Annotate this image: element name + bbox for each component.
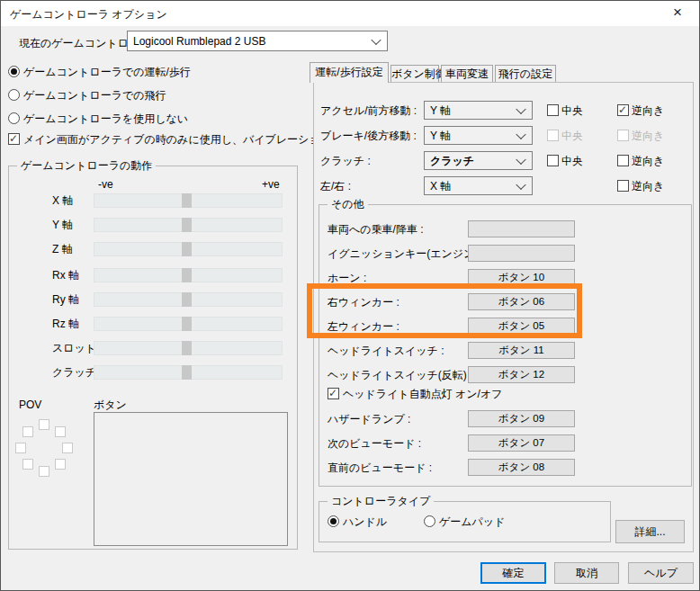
- steer-axis-select[interactable]: X 軸: [424, 176, 533, 195]
- enter-exit-vehicle-label: 車両への乗車/降車 :: [328, 222, 424, 237]
- accel-axis-select[interactable]: Y 軸: [424, 101, 533, 120]
- enter-exit-vehicle-button[interactable]: [468, 220, 575, 237]
- axis-z-label: Z 軸: [52, 242, 73, 256]
- steer-reverse-label: 逆向き: [632, 179, 664, 193]
- cancel-button[interactable]: 取消: [554, 562, 619, 584]
- controller-type-title: コントローラタイプ: [328, 495, 434, 507]
- radio-no-controller[interactable]: [8, 112, 20, 124]
- pov-se-indicator: [55, 459, 66, 470]
- radio-gamepad[interactable]: [424, 515, 435, 527]
- hazard-lamp-button[interactable]: ボタン 09: [468, 410, 575, 427]
- radio-drive-mode[interactable]: [8, 66, 20, 77]
- axis-ry-slider[interactable]: [94, 292, 283, 307]
- pov-nw-indicator: [22, 426, 33, 437]
- pov-sw-indicator: [22, 459, 33, 470]
- axis-x-slider[interactable]: [94, 193, 283, 208]
- right-turn-signal-button[interactable]: ボタン 06: [468, 293, 575, 310]
- axis-x-slider-thumb[interactable]: [182, 193, 192, 208]
- axis-rx-slider[interactable]: [94, 268, 283, 282]
- tab-button-control[interactable]: ボタン制御: [390, 65, 439, 82]
- axis-z-slider-thumb[interactable]: [182, 242, 192, 256]
- pov-ne-indicator: [55, 426, 66, 437]
- horn-button[interactable]: ボタン 10: [468, 269, 575, 286]
- tab-flight-settings[interactable]: 飛行の設定: [495, 65, 556, 82]
- pov-w-indicator: [15, 443, 26, 453]
- axis-rz-label: Rz 軸: [52, 317, 79, 331]
- brake-reverse-label: 逆向き: [632, 129, 664, 143]
- left-turn-signal-button[interactable]: ボタン 05: [468, 318, 575, 335]
- axis-clutch-slider-thumb[interactable]: [182, 365, 192, 380]
- auto-headlight-checkbox[interactable]: [328, 388, 339, 399]
- clutch-reverse-label: 逆向き: [632, 154, 664, 168]
- tab-vehicle-gear[interactable]: 車両変速: [441, 65, 493, 82]
- axis-rx-slider-thumb[interactable]: [182, 268, 192, 282]
- axis-z-slider[interactable]: [94, 242, 283, 256]
- axis-y-slider-thumb[interactable]: [182, 218, 192, 232]
- axis-y-slider[interactable]: [94, 218, 283, 232]
- axis-ry-slider-thumb[interactable]: [182, 292, 192, 307]
- help-button[interactable]: ヘルプ: [628, 562, 694, 584]
- brake-axis-value: Y 軸: [430, 128, 451, 143]
- axis-rz-slider-thumb[interactable]: [182, 317, 192, 331]
- axis-throttle-slider[interactable]: [94, 341, 283, 355]
- pov-label: POV: [19, 398, 41, 412]
- clutch-axis-select[interactable]: クラッチ: [424, 151, 533, 170]
- button-state-display: [94, 412, 288, 546]
- game-controller-options-dialog: ゲームコントローラ オプション × 現在のゲームコントローラ : Logicoo…: [0, 0, 700, 591]
- accel-center-label: 中央: [561, 103, 583, 118]
- headlight-switch-button[interactable]: ボタン 11: [468, 342, 575, 359]
- brake-reverse-checkbox: [617, 130, 629, 141]
- radio-handle-label: ハンドル: [343, 515, 387, 529]
- brake-axis-select[interactable]: Y 軸: [424, 126, 533, 145]
- right-turn-signal-label: 右ウィンカー :: [328, 295, 399, 309]
- prev-view-mode-label: 直前のビューモード :: [328, 461, 432, 475]
- hazard-lamp-label: ハザードランプ :: [328, 412, 410, 426]
- headlight-switch-invert-button[interactable]: ボタン 12: [468, 366, 575, 383]
- buttons-label: ボタン: [94, 398, 127, 412]
- close-icon[interactable]: ×: [661, 1, 694, 26]
- steer-reverse-checkbox[interactable]: [617, 180, 629, 192]
- axis-clutch-label: クラッチ: [52, 365, 96, 380]
- pov-s-indicator: [39, 466, 49, 477]
- pos-range-label: +ve: [262, 177, 280, 192]
- prev-view-mode-button[interactable]: ボタン 08: [468, 459, 575, 476]
- headlight-switch-label: ヘッドライトスイッチ :: [328, 344, 444, 358]
- next-view-mode-label: 次のビューモード :: [328, 436, 421, 451]
- other-group-title: その他: [328, 198, 368, 210]
- radio-handle[interactable]: [328, 515, 339, 527]
- vibration-checkbox[interactable]: [8, 133, 20, 145]
- radio-flight-mode[interactable]: [8, 89, 20, 101]
- current-controller-select[interactable]: Logicool Rumblepad 2 USB: [127, 31, 388, 51]
- auto-headlight-label: ヘッドライト自動点灯 オン/オフ: [343, 387, 502, 401]
- tab-drive-walk-settings[interactable]: 運転/歩行設定: [310, 62, 389, 83]
- chevron-down-icon: [516, 103, 525, 113]
- radio-flight-mode-label: ゲームコントローラでの飛行: [23, 88, 166, 103]
- title-bar: ゲームコントローラ オプション ×: [1, 1, 699, 26]
- axis-rz-slider[interactable]: [94, 317, 283, 331]
- neg-range-label: -ve: [98, 177, 113, 192]
- axis-throttle-slider-thumb[interactable]: [182, 341, 192, 355]
- ok-button[interactable]: 確定: [480, 562, 546, 584]
- accel-reverse-checkbox[interactable]: [617, 104, 629, 116]
- window-title: ゲームコントローラ オプション: [10, 7, 167, 22]
- accel-center-checkbox[interactable]: [547, 104, 559, 116]
- clutch-reverse-checkbox[interactable]: [617, 155, 629, 166]
- brake-center-label: 中央: [561, 129, 583, 143]
- next-view-mode-button[interactable]: ボタン 07: [468, 434, 575, 452]
- clutch-center-checkbox[interactable]: [547, 155, 559, 166]
- steer-axis-value: X 軸: [430, 178, 451, 193]
- current-controller-value: Logicool Rumblepad 2 USB: [133, 35, 265, 48]
- axis-clutch-slider[interactable]: [94, 365, 283, 380]
- radio-no-controller-label: ゲームコントローラを使用しない: [23, 112, 188, 126]
- clutch-center-label: 中央: [561, 154, 583, 168]
- chevron-down-icon: [371, 34, 381, 44]
- axis-y-label: Y 軸: [52, 218, 73, 232]
- radio-drive-mode-label: ゲームコントローラでの運転/歩行: [23, 65, 191, 79]
- accel-axis-value: Y 軸: [430, 103, 451, 118]
- detail-button[interactable]: 詳細...: [615, 520, 685, 543]
- axis-rx-label: Rx 軸: [52, 268, 79, 282]
- chevron-down-icon: [516, 129, 525, 139]
- radio-gamepad-label: ゲームパッド: [439, 515, 505, 529]
- ignition-key-button[interactable]: [468, 245, 575, 262]
- brake-label: ブレーキ/後方移動 :: [320, 129, 417, 143]
